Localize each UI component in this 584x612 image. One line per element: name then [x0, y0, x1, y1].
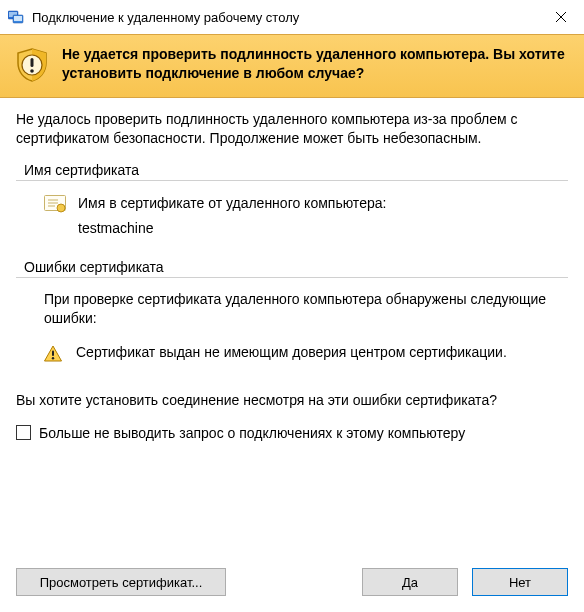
yes-button[interactable]: Да — [362, 568, 458, 596]
dialog-body: Не удалось проверить подлинность удаленн… — [0, 98, 584, 568]
window-title: Подключение к удаленному рабочему столу — [32, 10, 538, 25]
dont-ask-row: Больше не выводить запрос о подключениях… — [16, 425, 568, 441]
svg-point-13 — [57, 204, 65, 212]
certificate-errors-heading: Ошибки сертификата — [24, 259, 568, 275]
certificate-name-group: Имя сертификата Имя в сертификате от у — [16, 160, 568, 247]
certificate-icon — [44, 195, 66, 213]
banner-message: Не удается проверить подлинность удаленн… — [62, 45, 570, 83]
certificate-name-heading: Имя сертификата — [24, 162, 568, 178]
dont-ask-checkbox[interactable] — [16, 425, 31, 440]
intro-text: Не удалось проверить подлинность удаленн… — [16, 110, 568, 148]
no-button[interactable]: Нет — [472, 568, 568, 596]
warning-triangle-icon — [44, 345, 62, 363]
dialog-footer: Просмотреть сертификат... Да Нет — [0, 568, 584, 612]
warning-banner: Не удается проверить подлинность удаленн… — [0, 34, 584, 98]
certificate-name-label: Имя в сертификате от удаленного компьюте… — [78, 193, 386, 214]
svg-rect-14 — [52, 350, 54, 356]
svg-point-15 — [52, 357, 54, 359]
proceed-question: Вы хотите установить соединение несмотря… — [16, 391, 568, 411]
shield-warning-icon — [14, 47, 50, 83]
svg-rect-7 — [31, 58, 34, 67]
titlebar: Подключение к удаленному рабочему столу — [0, 0, 584, 34]
rdp-app-icon — [8, 9, 24, 25]
certificate-name-value: testmachine — [78, 218, 386, 239]
certificate-errors-intro: При проверке сертификата удаленного комп… — [44, 290, 560, 329]
svg-rect-3 — [14, 16, 22, 21]
close-button[interactable] — [538, 0, 584, 34]
certificate-error-item: Сертификат выдан не имеющим доверия цент… — [76, 343, 507, 363]
svg-point-8 — [30, 69, 34, 73]
view-certificate-button[interactable]: Просмотреть сертификат... — [16, 568, 226, 596]
dont-ask-label: Больше не выводить запрос о подключениях… — [39, 425, 465, 441]
certificate-errors-group: Ошибки сертификата При проверке сертифик… — [16, 257, 568, 371]
dialog-window: Подключение к удаленному рабочему столу … — [0, 0, 584, 612]
